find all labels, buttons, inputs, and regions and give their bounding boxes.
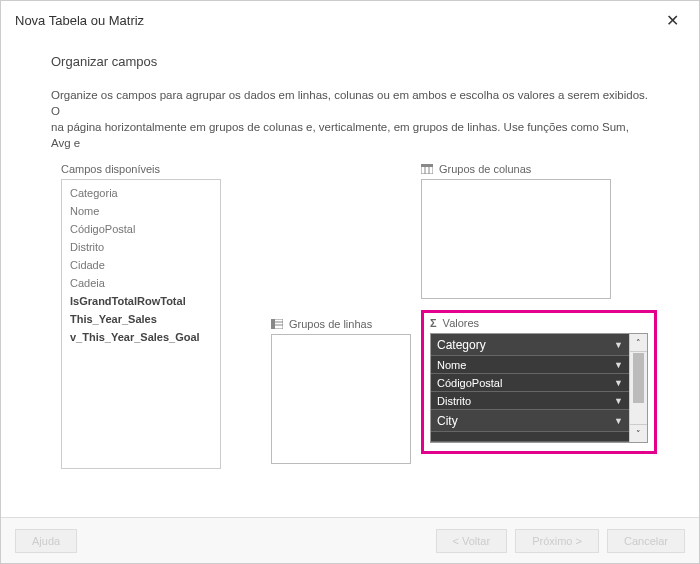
cancel-button[interactable]: Cancelar	[607, 529, 685, 553]
chevron-down-icon[interactable]: ▼	[614, 416, 623, 426]
column-groups-label: Grupos de colunas	[421, 163, 611, 175]
list-item[interactable]: CódigoPostal	[62, 220, 220, 238]
column-groups-dropzone[interactable]	[421, 179, 611, 299]
chevron-down-icon[interactable]: ▼	[614, 340, 623, 350]
section-heading: Organizar campos	[1, 36, 699, 69]
sigma-icon: Σ	[430, 317, 437, 329]
values-label: Σ Valores	[430, 317, 648, 329]
list-item[interactable]: IsGrandTotalRowTotal	[62, 292, 220, 310]
available-fields-label: Campos disponíveis	[61, 163, 221, 175]
dialog-new-table-matrix: Nova Tabela ou Matriz ✕ Organizar campos…	[0, 0, 700, 564]
value-item[interactable]	[431, 432, 629, 442]
close-icon[interactable]: ✕	[660, 9, 685, 32]
list-item[interactable]: Cidade	[62, 256, 220, 274]
values-zone-highlighted: Σ Valores Category ▼ Nome ▼ CódigoPostal…	[421, 310, 657, 454]
chevron-down-icon[interactable]: ▼	[614, 396, 623, 406]
available-fields-zone: Campos disponíveis Categoria Nome Código…	[61, 163, 221, 469]
scroll-down-icon[interactable]: ˅	[630, 424, 647, 442]
table-icon	[271, 319, 283, 329]
chevron-down-icon[interactable]: ▼	[614, 360, 623, 370]
dialog-title: Nova Tabela ou Matriz	[15, 13, 144, 28]
value-item[interactable]: CódigoPostal ▼	[431, 374, 629, 392]
value-item[interactable]: City ▼	[431, 410, 629, 432]
svg-rect-5	[271, 319, 275, 329]
value-item[interactable]: Nome ▼	[431, 356, 629, 374]
list-item[interactable]: This_Year_Sales	[62, 310, 220, 328]
chevron-down-icon[interactable]: ▼	[614, 378, 623, 388]
next-button[interactable]: Próximo >	[515, 529, 599, 553]
list-item[interactable]: Categoria	[62, 184, 220, 202]
available-fields-list[interactable]: Categoria Nome CódigoPostal Distrito Cid…	[61, 179, 221, 469]
back-button[interactable]: < Voltar	[436, 529, 508, 553]
description-text: Organize os campos para agrupar os dados…	[1, 69, 699, 151]
list-item[interactable]: Nome	[62, 202, 220, 220]
help-button[interactable]: Ajuda	[15, 529, 77, 553]
value-item[interactable]: Category ▼	[431, 334, 629, 356]
values-container: Category ▼ Nome ▼ CódigoPostal ▼ Distrit…	[430, 333, 648, 443]
scroll-track[interactable]	[630, 404, 647, 424]
dialog-footer: Ajuda < Voltar Próximo > Cancelar	[1, 517, 699, 563]
scroll-up-icon[interactable]: ˄	[630, 334, 647, 352]
list-item[interactable]: Cadeia	[62, 274, 220, 292]
value-item[interactable]: Distrito ▼	[431, 392, 629, 410]
titlebar: Nova Tabela ou Matriz ✕	[1, 1, 699, 36]
list-item[interactable]: Distrito	[62, 238, 220, 256]
scrollbar[interactable]: ˄ ˅	[629, 334, 647, 442]
table-icon	[421, 164, 433, 174]
row-groups-dropzone[interactable]	[271, 334, 411, 464]
svg-rect-1	[421, 164, 433, 167]
list-item[interactable]: v_This_Year_Sales_Goal	[62, 328, 220, 346]
values-list[interactable]: Category ▼ Nome ▼ CódigoPostal ▼ Distrit…	[431, 334, 629, 442]
scroll-thumb[interactable]	[633, 353, 644, 403]
column-groups-zone: Grupos de colunas	[421, 163, 611, 299]
